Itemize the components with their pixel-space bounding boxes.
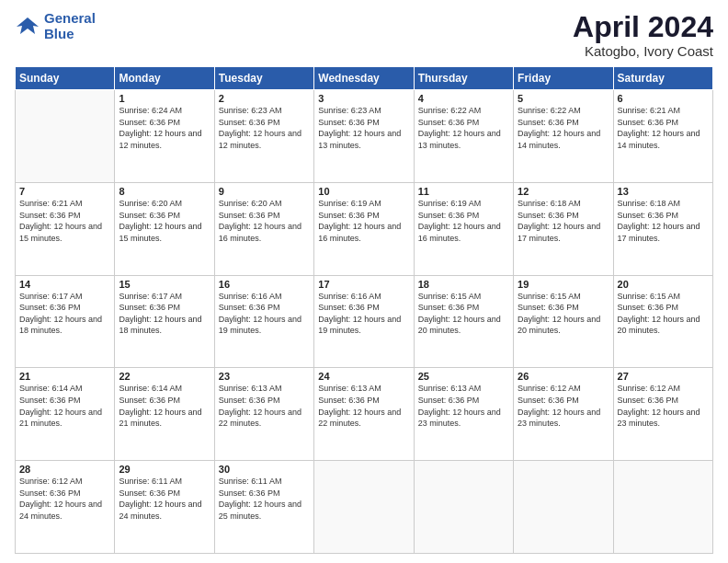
- day-info: Sunrise: 6:11 AM Sunset: 6:36 PM Dayligh…: [219, 476, 310, 522]
- day-number: 22: [119, 371, 210, 382]
- calendar-cell: 17Sunrise: 6:16 AM Sunset: 6:36 PM Dayli…: [314, 275, 414, 368]
- day-info: Sunrise: 6:21 AM Sunset: 6:36 PM Dayligh…: [19, 198, 110, 244]
- day-info: Sunrise: 6:23 AM Sunset: 6:36 PM Dayligh…: [318, 105, 409, 151]
- calendar-week-3: 14Sunrise: 6:17 AM Sunset: 6:36 PM Dayli…: [16, 275, 713, 368]
- day-info: Sunrise: 6:19 AM Sunset: 6:36 PM Dayligh…: [318, 198, 409, 244]
- calendar-table: SundayMondayTuesdayWednesdayThursdayFrid…: [15, 66, 713, 554]
- calendar-cell: 5Sunrise: 6:22 AM Sunset: 6:36 PM Daylig…: [514, 90, 613, 183]
- day-number: 8: [119, 186, 210, 197]
- page: General Blue April 2024 Katogbo, Ivory C…: [0, 0, 728, 563]
- day-number: 20: [618, 279, 709, 290]
- calendar-cell: 15Sunrise: 6:17 AM Sunset: 6:36 PM Dayli…: [115, 275, 214, 368]
- day-header-tuesday: Tuesday: [214, 67, 313, 90]
- day-number: 3: [318, 93, 409, 104]
- day-number: 6: [618, 93, 709, 104]
- calendar-cell: 14Sunrise: 6:17 AM Sunset: 6:36 PM Dayli…: [16, 275, 115, 368]
- calendar-cell: 10Sunrise: 6:19 AM Sunset: 6:36 PM Dayli…: [314, 182, 414, 275]
- day-info: Sunrise: 6:15 AM Sunset: 6:36 PM Dayligh…: [618, 291, 709, 337]
- calendar-cell: 26Sunrise: 6:12 AM Sunset: 6:36 PM Dayli…: [514, 368, 613, 461]
- day-number: 9: [219, 186, 310, 197]
- calendar-cell: [314, 461, 414, 554]
- day-number: 14: [19, 279, 110, 290]
- calendar-cell: 12Sunrise: 6:18 AM Sunset: 6:36 PM Dayli…: [514, 182, 613, 275]
- day-header-sunday: Sunday: [16, 67, 115, 90]
- calendar-cell: 8Sunrise: 6:20 AM Sunset: 6:36 PM Daylig…: [115, 182, 214, 275]
- calendar-title: April 2024: [573, 11, 713, 43]
- day-header-friday: Friday: [514, 67, 613, 90]
- day-info: Sunrise: 6:20 AM Sunset: 6:36 PM Dayligh…: [119, 198, 210, 244]
- calendar-cell: 22Sunrise: 6:14 AM Sunset: 6:36 PM Dayli…: [115, 368, 214, 461]
- day-header-monday: Monday: [115, 67, 214, 90]
- day-number: 15: [119, 279, 210, 290]
- calendar-cell: 24Sunrise: 6:13 AM Sunset: 6:36 PM Dayli…: [314, 368, 414, 461]
- day-number: 30: [219, 464, 310, 475]
- day-info: Sunrise: 6:15 AM Sunset: 6:36 PM Dayligh…: [518, 291, 609, 337]
- calendar-cell: 20Sunrise: 6:15 AM Sunset: 6:36 PM Dayli…: [613, 275, 712, 368]
- calendar-week-1: 1Sunrise: 6:24 AM Sunset: 6:36 PM Daylig…: [16, 90, 713, 183]
- day-header-wednesday: Wednesday: [314, 67, 414, 90]
- day-info: Sunrise: 6:11 AM Sunset: 6:36 PM Dayligh…: [119, 476, 210, 522]
- calendar-week-5: 28Sunrise: 6:12 AM Sunset: 6:36 PM Dayli…: [16, 461, 713, 554]
- day-number: 11: [418, 186, 509, 197]
- calendar-cell: 27Sunrise: 6:12 AM Sunset: 6:36 PM Dayli…: [613, 368, 712, 461]
- calendar-cell: 25Sunrise: 6:13 AM Sunset: 6:36 PM Dayli…: [414, 368, 513, 461]
- day-info: Sunrise: 6:14 AM Sunset: 6:36 PM Dayligh…: [119, 383, 210, 429]
- day-number: 5: [518, 93, 609, 104]
- calendar-cell: [514, 461, 613, 554]
- day-number: 7: [19, 186, 110, 197]
- day-number: 26: [518, 371, 609, 382]
- day-number: 17: [318, 279, 409, 290]
- day-info: Sunrise: 6:17 AM Sunset: 6:36 PM Dayligh…: [19, 291, 110, 337]
- day-number: 19: [518, 279, 609, 290]
- day-header-saturday: Saturday: [613, 67, 712, 90]
- calendar-cell: 29Sunrise: 6:11 AM Sunset: 6:36 PM Dayli…: [115, 461, 214, 554]
- calendar-cell: 4Sunrise: 6:22 AM Sunset: 6:36 PM Daylig…: [414, 90, 513, 183]
- logo-line2: Blue: [44, 26, 74, 41]
- calendar-cell: 7Sunrise: 6:21 AM Sunset: 6:36 PM Daylig…: [16, 182, 115, 275]
- svg-marker-0: [17, 17, 39, 34]
- calendar-week-2: 7Sunrise: 6:21 AM Sunset: 6:36 PM Daylig…: [16, 182, 713, 275]
- header: General Blue April 2024 Katogbo, Ivory C…: [15, 11, 713, 59]
- day-number: 21: [19, 371, 110, 382]
- day-info: Sunrise: 6:12 AM Sunset: 6:36 PM Dayligh…: [618, 383, 709, 429]
- day-info: Sunrise: 6:20 AM Sunset: 6:36 PM Dayligh…: [219, 198, 310, 244]
- day-header-thursday: Thursday: [414, 67, 513, 90]
- day-info: Sunrise: 6:14 AM Sunset: 6:36 PM Dayligh…: [19, 383, 110, 429]
- logo: General Blue: [15, 11, 96, 41]
- day-number: 16: [219, 279, 310, 290]
- day-info: Sunrise: 6:19 AM Sunset: 6:36 PM Dayligh…: [418, 198, 509, 244]
- calendar-week-4: 21Sunrise: 6:14 AM Sunset: 6:36 PM Dayli…: [16, 368, 713, 461]
- day-number: 4: [418, 93, 509, 104]
- calendar-cell: 23Sunrise: 6:13 AM Sunset: 6:36 PM Dayli…: [214, 368, 313, 461]
- calendar-header-row: SundayMondayTuesdayWednesdayThursdayFrid…: [16, 67, 713, 90]
- day-number: 13: [618, 186, 709, 197]
- calendar-cell: 1Sunrise: 6:24 AM Sunset: 6:36 PM Daylig…: [115, 90, 214, 183]
- calendar-cell: 19Sunrise: 6:15 AM Sunset: 6:36 PM Dayli…: [514, 275, 613, 368]
- day-number: 1: [119, 93, 210, 104]
- day-info: Sunrise: 6:18 AM Sunset: 6:36 PM Dayligh…: [518, 198, 609, 244]
- day-number: 18: [418, 279, 509, 290]
- calendar-cell: 9Sunrise: 6:20 AM Sunset: 6:36 PM Daylig…: [214, 182, 313, 275]
- calendar-cell: 11Sunrise: 6:19 AM Sunset: 6:36 PM Dayli…: [414, 182, 513, 275]
- day-number: 27: [618, 371, 709, 382]
- day-number: 10: [318, 186, 409, 197]
- logo-line1: General: [44, 10, 96, 26]
- calendar-cell: 3Sunrise: 6:23 AM Sunset: 6:36 PM Daylig…: [314, 90, 414, 183]
- day-number: 2: [219, 93, 310, 104]
- day-info: Sunrise: 6:12 AM Sunset: 6:36 PM Dayligh…: [19, 476, 110, 522]
- day-number: 25: [418, 371, 509, 382]
- calendar-cell: [414, 461, 513, 554]
- calendar-cell: 30Sunrise: 6:11 AM Sunset: 6:36 PM Dayli…: [214, 461, 313, 554]
- day-info: Sunrise: 6:22 AM Sunset: 6:36 PM Dayligh…: [518, 105, 609, 151]
- logo-text: General Blue: [44, 11, 96, 41]
- day-number: 23: [219, 371, 310, 382]
- calendar-cell: 2Sunrise: 6:23 AM Sunset: 6:36 PM Daylig…: [214, 90, 313, 183]
- calendar-cell: 18Sunrise: 6:15 AM Sunset: 6:36 PM Dayli…: [414, 275, 513, 368]
- calendar-cell: 16Sunrise: 6:16 AM Sunset: 6:36 PM Dayli…: [214, 275, 313, 368]
- day-info: Sunrise: 6:17 AM Sunset: 6:36 PM Dayligh…: [119, 291, 210, 337]
- calendar-cell: 6Sunrise: 6:21 AM Sunset: 6:36 PM Daylig…: [613, 90, 712, 183]
- calendar-cell: [613, 461, 712, 554]
- day-info: Sunrise: 6:12 AM Sunset: 6:36 PM Dayligh…: [518, 383, 609, 429]
- calendar-subtitle: Katogbo, Ivory Coast: [573, 43, 713, 59]
- day-info: Sunrise: 6:23 AM Sunset: 6:36 PM Dayligh…: [219, 105, 310, 151]
